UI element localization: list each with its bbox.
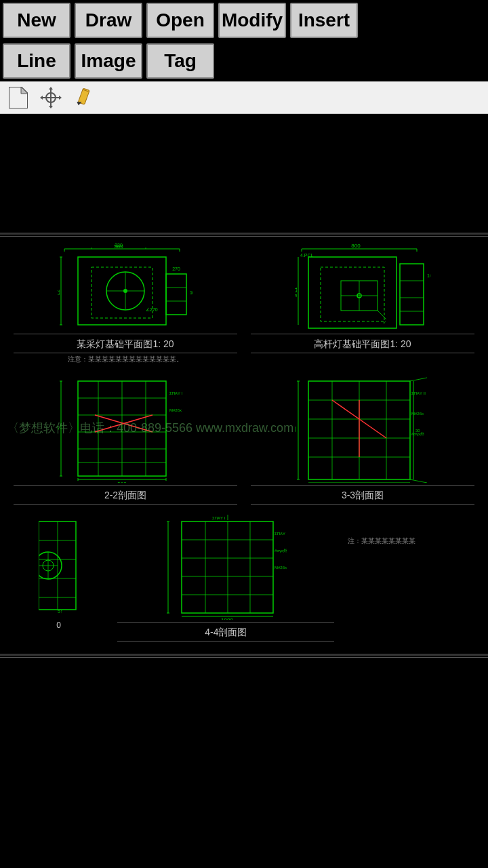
cad-panel-right-note: 注：某某某某某某某某 bbox=[348, 515, 474, 546]
underline-3 bbox=[251, 334, 474, 334]
drawing-floor-plan-1: 500 320 L2 270 10 bbox=[58, 243, 193, 332]
toolbar-row1: New Draw Open Modify Insert bbox=[0, 0, 488, 41]
svg-line-98 bbox=[410, 479, 427, 483]
new-file-icon[interactable] bbox=[7, 86, 30, 109]
svg-line-53 bbox=[378, 311, 386, 319]
label-section-22: 2-2剖面图 bbox=[104, 490, 146, 502]
cad-section-1: 500 320 L2 270 10 bbox=[0, 237, 488, 371]
underline-9 bbox=[117, 622, 334, 623]
svg-text:1000: 1000 bbox=[221, 617, 233, 620]
svg-text:5↑: 5↑ bbox=[58, 609, 62, 614]
modify-button[interactable]: Modify bbox=[218, 3, 286, 38]
svg-marker-0 bbox=[9, 87, 28, 108]
underline-5 bbox=[14, 485, 237, 486]
line-button[interactable]: Line bbox=[3, 43, 70, 79]
cad-panel-floor-plan-2: 800 4.PCL S L1 10 bbox=[251, 243, 474, 353]
drawing-partial: 5↑ bbox=[39, 515, 79, 616]
svg-marker-8 bbox=[49, 106, 53, 108]
svg-marker-7 bbox=[49, 87, 53, 90]
svg-text:M#26x: M#26x bbox=[274, 566, 287, 570]
svg-text:10: 10 bbox=[190, 290, 193, 295]
svg-rect-48 bbox=[321, 267, 384, 321]
separator-1 bbox=[0, 233, 488, 235]
svg-text:#σγx外: #σγx外 bbox=[411, 432, 424, 436]
label-section-44: 4-4剖面图 bbox=[205, 627, 247, 639]
watermark-text: 〈梦想软件〉电话：400-889-5566 www.mxdraw.com bbox=[7, 420, 293, 436]
underline-8 bbox=[251, 504, 474, 505]
cad-section-3: 5↑ 0 bbox=[0, 511, 488, 648]
label-floor-plan-1: 某采灯基础平面图1: 20 bbox=[77, 338, 174, 351]
pencil-icon[interactable] bbox=[72, 86, 95, 109]
label-section-33: 3-3剖面图 bbox=[342, 490, 384, 502]
draw-button[interactable]: Draw bbox=[75, 3, 142, 38]
underline-10 bbox=[117, 641, 334, 642]
svg-text:500: 500 bbox=[117, 481, 127, 483]
insert-button[interactable]: Insert bbox=[290, 3, 358, 38]
cad-panel-section-44: 1000 ΣΠΑY I #σγx外 M#26x ΣΠΑY I 4-4剖面图 bbox=[117, 515, 334, 642]
svg-text:L2: L2 bbox=[58, 290, 60, 295]
right-note: 注：某某某某某某某某 bbox=[348, 536, 415, 546]
underline-4 bbox=[251, 353, 474, 353]
svg-text:ΣΠΑY I: ΣΠΑY I bbox=[212, 516, 226, 520]
cad-panel-section-33: 50 30 1000 ΣΠΑY II M#26x #σγx外 bbox=[251, 374, 474, 505]
svg-rect-42 bbox=[400, 264, 424, 325]
svg-text:↙: ↙ bbox=[383, 320, 386, 324]
underline-6 bbox=[14, 504, 237, 505]
image-button[interactable]: Image bbox=[75, 43, 142, 79]
svg-marker-1 bbox=[21, 87, 28, 94]
icon-bar bbox=[0, 81, 488, 114]
svg-text:ΣΠΑY I: ΣΠΑY I bbox=[169, 391, 183, 395]
cad-panel-floor-plan-1: 500 320 L2 270 10 bbox=[14, 243, 237, 364]
new-button[interactable]: New bbox=[3, 3, 70, 38]
note-floor-plan-1: 注意：某某某某某某某某某某某某某。 bbox=[68, 355, 183, 364]
svg-text:50: 50 bbox=[295, 427, 297, 432]
svg-marker-5 bbox=[59, 96, 62, 100]
svg-text:320: 320 bbox=[115, 243, 123, 248]
tag-button[interactable]: Tag bbox=[146, 43, 214, 79]
bottom-area bbox=[0, 658, 488, 780]
drawing-section-44: 1000 ΣΠΑY I #σγx外 M#26x ΣΠΑY I bbox=[165, 515, 287, 620]
svg-text:S L1: S L1 bbox=[295, 288, 298, 298]
svg-rect-29 bbox=[92, 267, 152, 318]
search-transform-icon[interactable] bbox=[39, 86, 62, 109]
svg-text:10: 10 bbox=[427, 273, 430, 278]
drawing-floor-plan-2: 800 4.PCL S L1 10 bbox=[295, 243, 430, 332]
svg-rect-110 bbox=[182, 521, 273, 613]
svg-rect-47 bbox=[308, 257, 396, 328]
svg-line-97 bbox=[410, 378, 427, 381]
svg-text:M#26x: M#26x bbox=[411, 412, 424, 416]
separator-2 bbox=[0, 654, 488, 656]
underline-7 bbox=[251, 485, 474, 486]
svg-marker-6 bbox=[40, 96, 43, 100]
svg-text:ΣΠΑY I: ΣΠΑY I bbox=[274, 532, 287, 536]
svg-text:M#26x: M#26x bbox=[169, 408, 182, 412]
black-area bbox=[0, 114, 488, 233]
svg-text:#σγx外: #σγx外 bbox=[274, 549, 287, 553]
cad-panel-partial: 5↑ 0 bbox=[14, 515, 104, 630]
label-floor-plan-2: 高杆灯基础平面图1: 20 bbox=[314, 338, 411, 351]
open-button[interactable]: Open bbox=[146, 3, 214, 38]
underline-2 bbox=[14, 353, 237, 353]
svg-text:270: 270 bbox=[172, 267, 180, 271]
drawing-section-33: 50 30 1000 ΣΠΑY II M#26x #σγx外 bbox=[295, 374, 430, 483]
cad-panel-section-22: 57 500 ΣΠΑY I M#26x 2-2剖面图 bbox=[14, 374, 237, 505]
svg-text:ΣΠΑY II: ΣΠΑY II bbox=[411, 391, 426, 395]
underline-1 bbox=[14, 334, 237, 334]
svg-text:∠270: ∠270 bbox=[146, 307, 158, 312]
svg-text:800: 800 bbox=[351, 243, 361, 249]
drawing-content: 〈梦想软件〉电话：400-889-5566 www.mxdraw.com 500… bbox=[0, 237, 488, 648]
toolbar-row2: Line Image Tag bbox=[0, 41, 488, 81]
svg-rect-23 bbox=[166, 274, 186, 315]
cad-section-2: 57 500 ΣΠΑY I M#26x 2-2剖面图 bbox=[0, 371, 488, 511]
label-partial: 0 bbox=[56, 620, 61, 630]
